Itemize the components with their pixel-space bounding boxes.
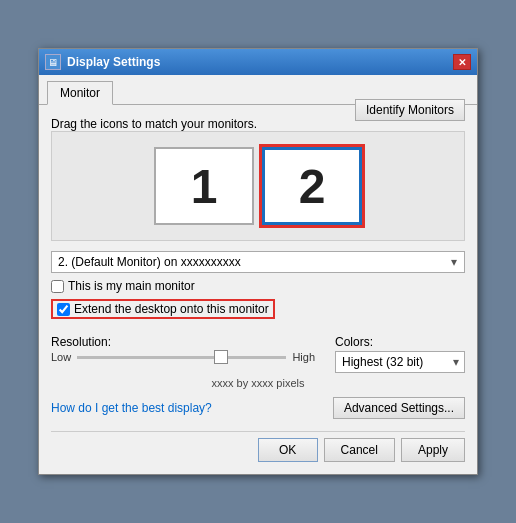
identify-monitors-button[interactable]: Identify Monitors — [355, 99, 465, 121]
main-monitor-label: This is my main monitor — [68, 279, 195, 293]
colors-dropdown-wrap: Highest (32 bit)True Color (24 bit)High … — [335, 351, 465, 373]
low-label: Low — [51, 351, 71, 363]
monitor-1-box[interactable]: 1 — [154, 147, 254, 225]
ok-button[interactable]: OK — [258, 438, 318, 462]
title-bar-left: 🖥 Display Settings — [45, 54, 160, 70]
resolution-label: Resolution: — [51, 335, 315, 349]
resolution-section: Resolution: Low High — [51, 335, 315, 363]
extend-desktop-checkbox[interactable] — [57, 303, 70, 316]
monitor-2-label: 2 — [299, 159, 326, 214]
dialog-content: Drag the icons to match your monitors. I… — [39, 105, 477, 474]
monitor-1-label: 1 — [191, 159, 218, 214]
window-icon: 🖥 — [45, 54, 61, 70]
link-row: How do I get the best display? Advanced … — [51, 397, 465, 419]
high-label: High — [292, 351, 315, 363]
resolution-slider[interactable] — [77, 356, 286, 359]
advanced-settings-button[interactable]: Advanced Settings... — [333, 397, 465, 419]
title-bar: 🖥 Display Settings ✕ — [39, 49, 477, 75]
title-controls: ✕ — [453, 54, 471, 70]
slider-row: Low High — [51, 351, 315, 363]
main-monitor-row: This is my main monitor — [51, 279, 465, 293]
tab-monitor[interactable]: Monitor — [47, 81, 113, 105]
extend-desktop-row: Extend the desktop onto this monitor — [51, 299, 275, 319]
display-settings-dialog: 🖥 Display Settings ✕ Monitor Drag the ic… — [38, 48, 478, 475]
instruction-text: Drag the icons to match your monitors. — [51, 117, 257, 131]
colors-section: Colors: Highest (32 bit)True Color (24 b… — [335, 335, 465, 373]
monitor-select[interactable]: 2. (Default Monitor) on xxxxxxxxxx — [51, 251, 465, 273]
monitor-dropdown-row: 2. (Default Monitor) on xxxxxxxxxx — [51, 251, 465, 273]
extend-desktop-label: Extend the desktop onto this monitor — [74, 302, 269, 316]
pixels-text: xxxx by xxxx pixels — [51, 377, 465, 389]
main-monitor-checkbox[interactable] — [51, 280, 64, 293]
cancel-button[interactable]: Cancel — [324, 438, 395, 462]
close-button[interactable]: ✕ — [453, 54, 471, 70]
button-row: OK Cancel Apply — [51, 431, 465, 462]
help-link[interactable]: How do I get the best display? — [51, 401, 212, 415]
colors-select[interactable]: Highest (32 bit)True Color (24 bit)High … — [335, 351, 465, 373]
apply-button[interactable]: Apply — [401, 438, 465, 462]
monitor-display-area: 1 2 — [51, 131, 465, 241]
monitor-2-box[interactable]: 2 — [262, 147, 362, 225]
colors-label: Colors: — [335, 335, 373, 349]
window-title: Display Settings — [67, 55, 160, 69]
